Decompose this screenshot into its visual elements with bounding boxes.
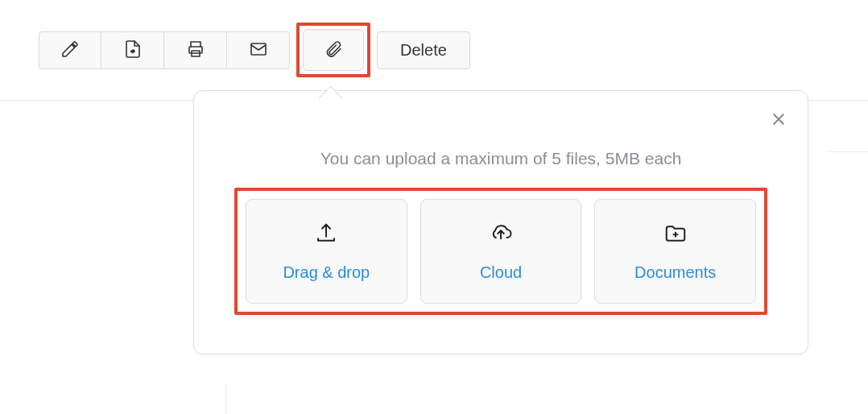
attach-button-highlight — [296, 23, 370, 77]
divider — [225, 385, 226, 414]
divider — [829, 151, 868, 152]
mail-icon — [249, 39, 268, 61]
print-button[interactable] — [164, 31, 227, 69]
option-label: Cloud — [480, 263, 522, 282]
option-label: Documents — [634, 263, 716, 282]
popover-pointer — [320, 80, 340, 99]
upload-options: Drag & drop Cloud Documents — [246, 199, 756, 304]
folder-add-icon — [662, 221, 689, 249]
toolbar-button-group — [39, 31, 290, 69]
svg-rect-2 — [251, 43, 266, 55]
cloud-upload-icon — [487, 221, 515, 249]
option-label: Drag & drop — [283, 263, 370, 282]
edit-button[interactable] — [39, 31, 101, 69]
mail-button[interactable] — [227, 31, 290, 69]
paperclip-icon — [324, 39, 343, 61]
printer-icon — [186, 39, 205, 61]
close-icon — [771, 111, 787, 130]
toolbar: Delete — [0, 0, 868, 77]
documents-option[interactable]: Documents — [594, 199, 756, 304]
upload-options-highlight: Drag & drop Cloud Documents — [234, 188, 767, 315]
pdf-button[interactable] — [101, 31, 164, 69]
attach-popover: You can upload a maximum of 5 files, 5MB… — [193, 90, 808, 354]
pdf-icon — [123, 39, 143, 61]
upload-hint: You can upload a maximum of 5 files, 5MB… — [234, 149, 767, 168]
drag-drop-option[interactable]: Drag & drop — [246, 199, 407, 304]
upload-icon — [312, 221, 340, 249]
pencil-icon — [60, 39, 80, 61]
close-button[interactable] — [767, 109, 790, 131]
delete-button[interactable]: Delete — [377, 31, 470, 69]
cloud-option[interactable]: Cloud — [420, 199, 582, 304]
delete-button-label: Delete — [400, 41, 447, 60]
attach-button[interactable] — [303, 29, 364, 71]
